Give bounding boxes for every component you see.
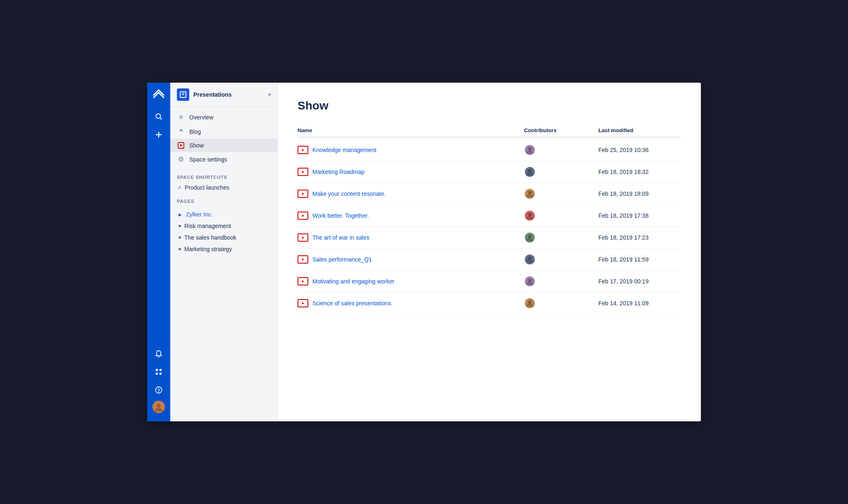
svg-rect-6	[156, 373, 158, 375]
presentation-icon	[298, 277, 308, 285]
contributor-avatar	[524, 144, 536, 156]
svg-point-20	[528, 169, 532, 173]
chevron-down-icon[interactable]: ▾	[268, 92, 271, 97]
cell-name: Work better. Together.	[298, 212, 524, 220]
global-nav: ?	[147, 83, 170, 421]
sidebar-item-blog[interactable]: ❝ Blog	[170, 124, 277, 139]
contributor-avatar	[524, 232, 536, 243]
cell-contributors	[524, 166, 598, 178]
doc-link[interactable]: The art of war in sales	[312, 234, 369, 241]
table-row[interactable]: Work better. Together. Feb 18, 2019 17:3…	[298, 205, 681, 227]
svg-rect-5	[160, 369, 162, 371]
cell-date: Feb 25, 2019 10:36	[598, 147, 681, 153]
overview-icon: ≡	[177, 114, 185, 121]
global-nav-top	[151, 88, 166, 346]
cell-contributors	[524, 144, 598, 156]
sidebar-item-settings[interactable]: ⚙ Space settings	[170, 152, 277, 166]
presentation-icon	[298, 212, 308, 220]
space-icon	[177, 88, 189, 101]
pages-item-sales-handbook[interactable]: The sales handbook	[170, 232, 277, 243]
sales-handbook-label: The sales handbook	[184, 234, 236, 241]
svg-point-18	[528, 147, 532, 151]
contributor-avatar	[524, 210, 536, 221]
cell-date: Feb 18, 2019 17:23	[598, 234, 681, 241]
cell-date: Feb 18, 2019 11:59	[598, 256, 681, 263]
doc-link[interactable]: Work better. Together.	[312, 212, 369, 219]
presentation-icon	[298, 168, 308, 176]
table-row[interactable]: The art of war in sales Feb 18, 2019 17:…	[298, 227, 681, 249]
presentation-icon	[298, 233, 308, 242]
doc-link[interactable]: Marketing Roadmap	[312, 169, 364, 175]
doc-link[interactable]: Make your content resonate.	[312, 190, 386, 197]
sidebar-item-overview[interactable]: ≡ Overview	[170, 110, 277, 124]
col-header-contributors: Contributors	[524, 127, 598, 133]
table-row[interactable]: Make your content resonate. Feb 18, 2019…	[298, 183, 681, 205]
col-header-name: Name	[298, 127, 524, 133]
help-icon[interactable]: ?	[151, 383, 166, 397]
cell-name: Marketing Roadmap	[298, 168, 524, 176]
table-row[interactable]: Knowledge management Feb 25, 2019 10:36	[298, 139, 681, 161]
sidebar: Presentations ▾ ≡ Overview ❝ Blog Show	[170, 83, 278, 421]
cell-name: Motivating and engaging worker	[298, 277, 524, 285]
contributor-avatar	[524, 188, 536, 200]
risk-label: Risk management	[184, 223, 231, 229]
sidebar-item-show[interactable]: Show	[170, 139, 277, 152]
cell-date: Feb 14, 2019 11:09	[598, 300, 681, 307]
space-name: Presentations	[193, 91, 264, 98]
confluence-logo[interactable]	[151, 88, 166, 102]
table-row[interactable]: Marketing Roadmap Feb 18, 2019 18:32	[298, 161, 681, 183]
pages-item-risk[interactable]: Risk management	[170, 220, 277, 232]
presentation-icon	[298, 190, 308, 198]
cell-name: Knowledge management	[298, 146, 524, 154]
cell-name: The art of war in sales	[298, 233, 524, 242]
svg-point-24	[528, 213, 532, 216]
contributor-avatar	[524, 166, 536, 178]
col-header-modified: Last modified	[598, 127, 681, 133]
table-row[interactable]: Sales performance_Q1 Feb 18, 2019 11:59	[298, 249, 681, 271]
cell-date: Feb 17, 2019 00:19	[598, 278, 681, 285]
presentation-icon	[298, 299, 308, 307]
doc-link[interactable]: Sales performance_Q1	[312, 256, 372, 263]
svg-point-26	[528, 235, 532, 238]
shortcuts-product-launches[interactable]: ↗ Product launches	[170, 181, 277, 194]
external-link-icon: ↗	[177, 185, 181, 191]
bullet-icon	[179, 225, 181, 227]
cell-contributors	[524, 210, 598, 221]
doc-link[interactable]: Science of sales presentations.	[312, 300, 393, 307]
search-icon[interactable]	[151, 109, 166, 124]
blog-label: Blog	[189, 128, 201, 135]
doc-link[interactable]: Knowledge management	[312, 147, 376, 153]
user-avatar[interactable]	[152, 401, 165, 413]
svg-point-32	[528, 300, 532, 304]
svg-line-1	[160, 118, 162, 120]
overview-label: Overview	[189, 114, 213, 121]
table-row[interactable]: Motivating and engaging worker Feb 17, 2…	[298, 271, 681, 292]
add-icon[interactable]	[151, 127, 166, 142]
blog-icon: ❝	[177, 128, 185, 136]
doc-link[interactable]: Motivating and engaging worker	[312, 278, 394, 285]
sidebar-nav: ≡ Overview ❝ Blog Show ⚙ Space settings	[170, 107, 277, 170]
svg-point-28	[528, 257, 532, 260]
settings-label: Space settings	[189, 156, 227, 163]
contributor-avatar	[524, 254, 536, 265]
pages-item-marketing[interactable]: Marketing strategy	[170, 243, 277, 255]
contributor-avatar	[524, 297, 536, 309]
pages-item-zylker[interactable]: Zylker Inc.	[170, 209, 277, 220]
cell-name: Science of sales presentations.	[298, 299, 524, 307]
svg-rect-7	[160, 373, 162, 375]
cell-contributors	[524, 232, 598, 243]
cell-date: Feb 18, 2019 17:38	[598, 212, 681, 219]
apps-icon[interactable]	[151, 364, 166, 379]
table-row[interactable]: Science of sales presentations. Feb 14, …	[298, 292, 681, 314]
presentation-icon	[298, 255, 308, 264]
svg-marker-16	[180, 144, 183, 147]
page-title: Show	[298, 99, 681, 112]
cell-contributors	[524, 276, 598, 287]
cell-date: Feb 18, 2019 18:09	[598, 190, 681, 197]
marketing-label: Marketing strategy	[184, 246, 232, 252]
notification-icon[interactable]	[151, 346, 166, 361]
cell-date: Feb 18, 2019 18:32	[598, 169, 681, 175]
cell-contributors	[524, 297, 598, 309]
cell-contributors	[524, 254, 598, 265]
cell-name: Make your content resonate.	[298, 190, 524, 198]
